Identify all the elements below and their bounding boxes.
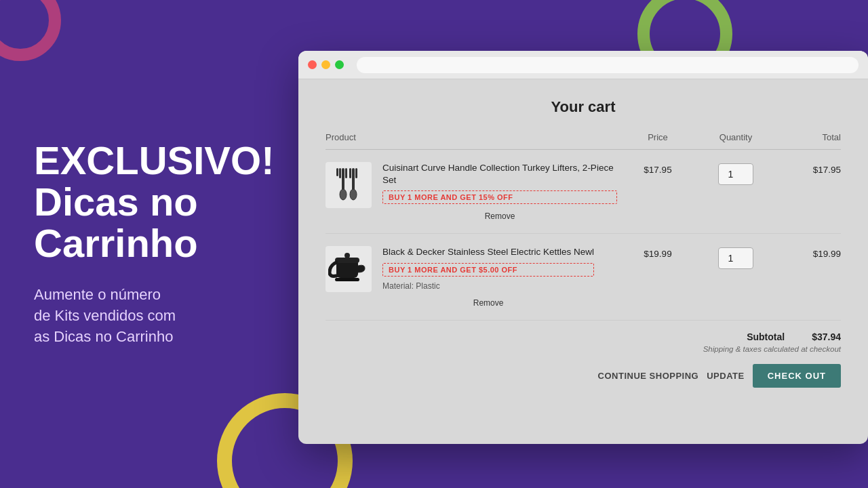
left-panel: EXCLUSIVO!Dicas noCarrinho Aumente o núm… <box>0 0 292 488</box>
item-qty-box-2 <box>698 246 773 269</box>
col-header-price: Price <box>617 132 698 142</box>
cart-title: Your cart <box>326 98 841 116</box>
item-badge-2: BUY 1 MORE AND GET $5.00 OFF <box>382 263 594 277</box>
item-price-1: $17.95 <box>617 162 698 175</box>
cart-table-header: Product Price Quantity Total <box>326 132 841 150</box>
subtotal-row: Subtotal $37.94 <box>747 331 841 342</box>
continue-shopping-button[interactable]: CONTINUE SHOPPING <box>598 371 699 381</box>
subtotal-value: $37.94 <box>812 331 841 342</box>
item-meta-2: Material: Plastic <box>382 281 594 291</box>
browser-dot-green <box>335 60 344 69</box>
remove-button-2[interactable]: Remove <box>382 298 594 308</box>
item-details-1: Cuisinart Curve Handle Collection Turkey… <box>382 162 617 221</box>
kettle-icon <box>328 249 369 289</box>
item-image-2 <box>326 246 372 292</box>
svg-rect-1 <box>339 168 341 178</box>
item-image-1 <box>326 162 372 208</box>
quantity-stepper-1[interactable] <box>718 163 753 185</box>
main-subtitle: Aumente o númerode Kits vendidos comas D… <box>34 285 258 347</box>
svg-rect-7 <box>355 168 357 178</box>
col-header-total: Total <box>773 132 841 142</box>
browser-dot-yellow <box>321 60 330 69</box>
svg-point-12 <box>344 253 350 258</box>
subtotal-section: Subtotal $37.94 Shipping & taxes calcula… <box>326 321 841 353</box>
item-total-1: $17.95 <box>773 162 841 175</box>
item-info-1: Cuisinart Curve Handle Collection Turkey… <box>326 162 617 221</box>
item-name-2: Black & Decker Stainless Steel Electric … <box>382 246 594 258</box>
svg-point-4 <box>340 189 347 200</box>
col-header-quantity: Quantity <box>698 132 773 142</box>
svg-rect-3 <box>336 168 338 176</box>
cart-content: Your cart Product Price Quantity Total <box>298 79 868 444</box>
svg-rect-11 <box>335 278 359 281</box>
quantity-stepper-2[interactable] <box>718 247 753 269</box>
remove-button-1[interactable]: Remove <box>382 211 617 221</box>
item-qty-box-1 <box>698 162 773 185</box>
shipping-note: Shipping & taxes calculated at checkout <box>703 345 841 353</box>
browser-dot-red <box>308 60 317 69</box>
browser-window: Your cart Product Price Quantity Total <box>298 51 868 444</box>
item-total-2: $19.99 <box>773 246 841 259</box>
table-row: Cuisinart Curve Handle Collection Turkey… <box>326 150 841 234</box>
item-info-2: Black & Decker Stainless Steel Electric … <box>326 246 617 308</box>
svg-rect-5 <box>352 168 355 192</box>
svg-rect-6 <box>349 168 351 178</box>
svg-point-8 <box>350 189 357 200</box>
update-button[interactable]: UPDATE <box>707 371 744 381</box>
table-row: Black & Decker Stainless Steel Electric … <box>326 234 841 321</box>
item-price-2: $19.99 <box>617 246 698 259</box>
subtotal-label: Subtotal <box>747 331 785 342</box>
action-bar: CONTINUE SHOPPING UPDATE CHECK OUT <box>326 353 841 388</box>
item-badge-1: BUY 1 MORE AND GET 15% OFF <box>382 190 617 204</box>
svg-rect-10 <box>335 258 359 263</box>
svg-rect-0 <box>342 168 344 192</box>
browser-addressbar <box>357 57 859 73</box>
turkey-lifters-icon <box>330 165 368 205</box>
col-header-product: Product <box>326 132 617 142</box>
checkout-button[interactable]: CHECK OUT <box>753 364 841 388</box>
svg-rect-2 <box>345 168 347 178</box>
item-name-1: Cuisinart Curve Handle Collection Turkey… <box>382 162 617 186</box>
browser-toolbar <box>298 51 868 79</box>
item-details-2: Black & Decker Stainless Steel Electric … <box>382 246 594 308</box>
main-title: EXCLUSIVO!Dicas noCarrinho <box>34 140 258 264</box>
